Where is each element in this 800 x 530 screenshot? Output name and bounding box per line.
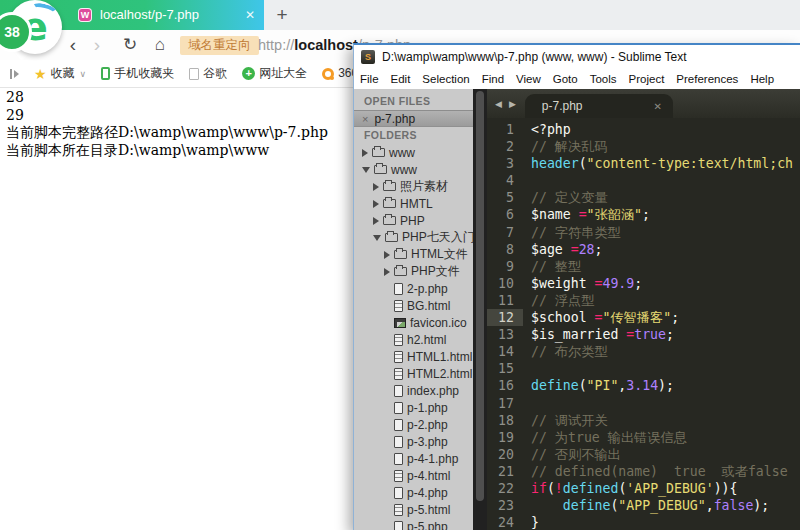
menu-item-tools[interactable]: Tools — [584, 73, 623, 85]
menu-item-view[interactable]: View — [510, 73, 547, 85]
tree-item-label: 照片素材 — [400, 178, 448, 195]
tree-file-row[interactable]: p-5.html — [354, 501, 473, 518]
page-output-line: 当前脚本完整路径D:\wamp\wamp\www\p-7.php — [6, 124, 328, 142]
folder-icon — [394, 250, 407, 259]
tree-file-row[interactable]: HTML1.html — [354, 348, 473, 365]
code-line: // 解决乱码 — [531, 138, 793, 155]
code-line: $is_married =true; — [531, 326, 793, 343]
browser-tab-strip: W localhost/p-7.php ✕ + — [0, 0, 800, 30]
tree-item-label: www — [391, 163, 417, 177]
gutter-line-number: 24 — [487, 514, 523, 530]
sidebar-scrollbar — [473, 89, 487, 530]
menu-item-help[interactable]: Help — [744, 73, 780, 85]
menu-item-file[interactable]: File — [354, 73, 385, 85]
tree-item-label: p-1.php — [407, 401, 448, 415]
folder-icon — [385, 233, 398, 242]
menu-item-preferences[interactable]: Preferences — [670, 73, 744, 85]
code-line: <?php — [531, 121, 793, 138]
gutter-line-number: 22 — [487, 480, 523, 497]
tab-nav-back-icon[interactable]: ◀ — [495, 99, 502, 109]
sublime-sidebar: OPEN FILES × p-7.php FOLDERS wwwwww照片素材H… — [354, 89, 473, 530]
tree-file-row[interactable]: p-4.php — [354, 484, 473, 501]
file-icon — [394, 436, 403, 448]
gutter-line-number: 20 — [487, 446, 523, 463]
menu-item-goto[interactable]: Goto — [547, 73, 584, 85]
tree-file-row[interactable]: p-3.php — [354, 433, 473, 450]
tree-folder-row[interactable]: PHP七天入门- — [354, 229, 473, 246]
tab-close-icon[interactable]: ✕ — [240, 0, 260, 30]
gutter-line-number: 12 — [487, 309, 523, 326]
gutter-line-number: 11 — [487, 292, 523, 309]
tree-item-label: p-4.php — [407, 486, 448, 500]
tree-folder-row[interactable]: PHP文件 — [354, 263, 473, 280]
menu-item-selection[interactable]: Selection — [416, 73, 475, 85]
folders-header: FOLDERS — [354, 127, 473, 144]
tree-file-row[interactable]: p-4-1.php — [354, 450, 473, 467]
code-line: // 整型 — [531, 258, 793, 275]
tree-folder-row[interactable]: HMTL — [354, 195, 473, 212]
home-button[interactable]: ⌂ — [148, 30, 172, 60]
editor-tab[interactable]: p-7.php ✕ — [525, 94, 673, 118]
ring-360-icon — [322, 68, 334, 80]
bookmark-item[interactable]: 谷歌 — [189, 65, 227, 82]
bookmark-item[interactable]: ★收藏∨ — [34, 65, 86, 82]
tree-file-row[interactable]: p-4.html — [354, 467, 473, 484]
gutter-line-number: 1 — [487, 121, 523, 138]
tree-file-row[interactable]: p-2.php — [354, 416, 473, 433]
back-button[interactable]: ‹ — [62, 30, 84, 60]
tree-file-row[interactable]: HTML2.html — [354, 365, 473, 382]
tab-nav-forward-icon[interactable]: ▶ — [509, 99, 516, 109]
tree-file-row[interactable]: favicon.ico — [354, 314, 473, 331]
menu-item-project[interactable]: Project — [623, 73, 671, 85]
menu-item-edit[interactable]: Edit — [385, 73, 417, 85]
code-line — [531, 172, 793, 189]
refresh-button[interactable]: ↻ — [118, 30, 142, 60]
gutter-line-number: 5 — [487, 189, 523, 206]
bookmark-item[interactable] — [10, 69, 19, 79]
domain-redirect-badge[interactable]: 域名重定向 — [180, 36, 259, 55]
bookmark-item[interactable]: +网址大全 — [242, 65, 307, 82]
bookmark-item[interactable]: 手机收藏夹 — [101, 65, 174, 82]
folder-icon — [374, 165, 387, 174]
tree-folder-row[interactable]: 照片素材 — [354, 178, 473, 195]
browser-logo[interactable]: e 38 — [4, 0, 64, 58]
tree-file-row[interactable]: h2.html — [354, 331, 473, 348]
tree-item-label: HTML文件 — [411, 246, 468, 263]
tree-file-row[interactable]: p-5.php — [354, 518, 473, 530]
code-editor[interactable]: 123456789101112131415161718192021222324 … — [487, 118, 800, 530]
tree-folder-row[interactable]: HTML文件 — [354, 246, 473, 263]
tree-file-row[interactable]: BG.html — [354, 297, 473, 314]
tree-file-row[interactable]: index.php — [354, 382, 473, 399]
sublime-window: S D:\wamp\wamp\www\p-7.php (www, www) - … — [353, 43, 800, 530]
forward-button[interactable]: › — [86, 30, 108, 60]
tree-item-label: p-4.html — [407, 469, 450, 483]
open-file-item[interactable]: × p-7.php — [354, 110, 473, 127]
sublime-body: OPEN FILES × p-7.php FOLDERS wwwwww照片素材H… — [354, 89, 800, 530]
tree-file-row[interactable]: p-1.php — [354, 399, 473, 416]
close-file-icon[interactable]: × — [362, 113, 368, 125]
tree-item-label: www — [389, 146, 415, 160]
code-line: // defined(name) true 或者false — [531, 463, 793, 480]
sidebar-scrollbar-thumb[interactable] — [476, 91, 484, 501]
gutter-line-number: 14 — [487, 343, 523, 360]
tree-file-row[interactable]: 2-p.php — [354, 280, 473, 297]
gutter-line-number: 19 — [487, 429, 523, 446]
tree-folder-row[interactable]: www — [354, 144, 473, 161]
folder-icon — [372, 148, 385, 157]
html-file-icon — [394, 470, 403, 482]
gutter-line-number: 8 — [487, 241, 523, 258]
tree-folder-row[interactable]: www — [354, 161, 473, 178]
editor-tab-close-icon[interactable]: ✕ — [653, 101, 661, 112]
tree-item-label: PHP文件 — [411, 263, 460, 280]
code-line: $name ="张韶涵"; — [531, 206, 793, 223]
arrow-collapsed-icon — [384, 268, 390, 276]
tree-item-label: index.php — [407, 384, 459, 398]
editor-pane: ◀ ▶ p-7.php ✕ 12345678910111213141516171… — [487, 89, 800, 530]
gutter-line-number: 6 — [487, 206, 523, 223]
new-tab-button[interactable]: + — [270, 3, 294, 27]
gutter-line-number: 23 — [487, 497, 523, 514]
menu-item-find[interactable]: Find — [476, 73, 510, 85]
code-line: // 浮点型 — [531, 292, 793, 309]
tree-folder-row[interactable]: PHP — [354, 212, 473, 229]
sublime-title-bar[interactable]: S D:\wamp\wamp\www\p-7.php (www, www) - … — [354, 45, 800, 68]
